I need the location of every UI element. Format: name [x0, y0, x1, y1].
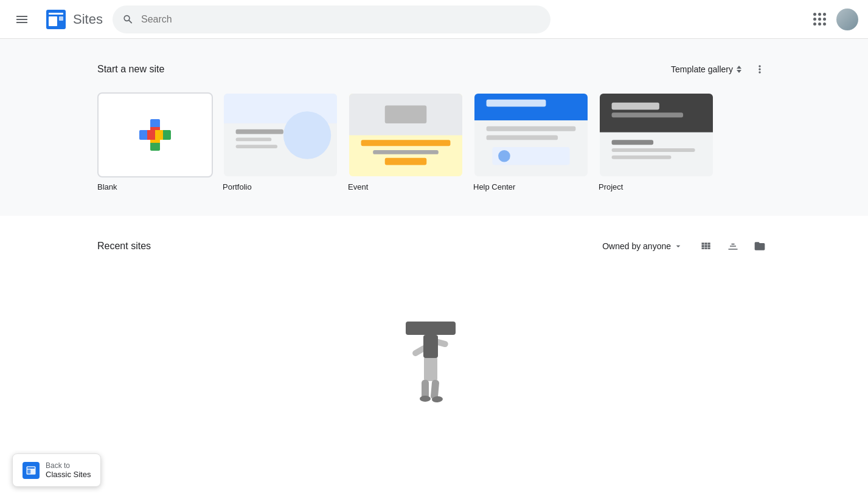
sort-button[interactable]: [722, 235, 744, 257]
plus-icon: [139, 119, 171, 151]
template-project[interactable]: Project: [599, 92, 714, 191]
svg-rect-1: [49, 13, 63, 15]
back-to-classic[interactable]: Back to Classic Sites: [12, 453, 101, 466]
new-site-header: Start a new site Template gallery: [97, 58, 771, 80]
sites-logo-icon: [44, 7, 68, 32]
grid-view-icon: [700, 240, 712, 252]
more-vert-icon: [754, 63, 766, 75]
dropdown-arrow-icon: [673, 241, 683, 251]
new-site-section: Start a new site Template gallery: [0, 39, 868, 216]
search-input[interactable]: [141, 14, 541, 25]
chevron-updown-icon: [737, 66, 741, 73]
apps-button[interactable]: [807, 7, 832, 32]
classic-sites-logo: [26, 465, 36, 467]
template-event[interactable]: Event: [348, 92, 464, 191]
template-label-event: Event: [348, 182, 464, 191]
owned-by-dropdown[interactable]: Owned by anyone: [595, 238, 690, 255]
search-bar[interactable]: [113, 5, 550, 33]
template-card-blank: [97, 92, 213, 177]
svg-point-7: [420, 396, 431, 402]
template-label-project: Project: [599, 182, 714, 191]
logo[interactable]: Sites: [44, 7, 103, 32]
template-label-portfolio: Portfolio: [223, 182, 338, 191]
header: Sites: [0, 0, 868, 39]
help-center-thumbnail: [474, 94, 588, 176]
portfolio-thumbnail: [224, 94, 337, 176]
folder-view-button[interactable]: [749, 235, 771, 257]
logo-text: Sites: [73, 12, 103, 27]
template-card-help-center: [473, 92, 589, 177]
sort-icon: [727, 240, 739, 252]
svg-rect-2: [49, 16, 57, 26]
template-blank[interactable]: Blank: [97, 92, 213, 191]
avatar-image: [836, 9, 858, 30]
search-icon: [122, 13, 134, 26]
template-label-help-center: Help Center: [473, 182, 589, 191]
recent-section: Recent sites Owned by anyone: [0, 216, 868, 466]
recent-header: Recent sites Owned by anyone: [97, 235, 771, 257]
recent-controls: Owned by anyone: [595, 235, 771, 257]
empty-illustration: [395, 296, 474, 405]
empty-state: [97, 272, 771, 442]
template-portfolio[interactable]: Portfolio: [223, 92, 338, 191]
template-card-project: [599, 92, 714, 177]
svg-rect-4: [424, 357, 437, 381]
classic-sites-icon: [23, 462, 40, 467]
template-card-event: [348, 92, 464, 177]
template-label-blank: Blank: [97, 182, 213, 191]
template-card-portfolio: [223, 92, 338, 177]
owned-by-label: Owned by anyone: [602, 241, 671, 251]
grid-view-button[interactable]: [695, 235, 717, 257]
more-options-button[interactable]: [749, 58, 771, 80]
menu-button[interactable]: [10, 7, 34, 32]
back-classic-line1: Back to: [46, 461, 91, 466]
menu-icon: [15, 12, 29, 27]
folder-icon: [754, 240, 766, 252]
svg-rect-3: [59, 16, 63, 21]
template-gallery-label: Template gallery: [671, 64, 733, 74]
template-gallery-button[interactable]: Template gallery: [666, 62, 746, 77]
user-avatar[interactable]: [836, 9, 858, 30]
event-thumbnail: [349, 94, 462, 176]
recent-title: Recent sites: [97, 241, 151, 252]
template-help-center[interactable]: Help Center: [473, 92, 589, 191]
project-thumbnail: [600, 94, 713, 176]
new-site-title: Start a new site: [97, 64, 164, 75]
svg-rect-14: [423, 335, 438, 358]
grid-dots-icon: [813, 13, 826, 26]
templates-grid: Blank Portfolio Event Help Center: [97, 92, 771, 191]
header-actions: [807, 7, 858, 32]
svg-rect-13: [406, 322, 456, 335]
back-classic-text: Back to Classic Sites: [46, 461, 91, 466]
